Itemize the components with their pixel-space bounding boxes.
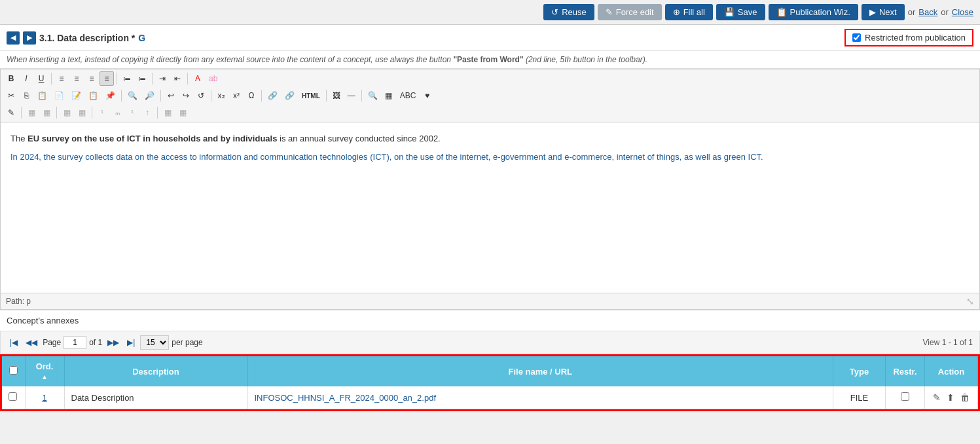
undo-button[interactable]: ↩ xyxy=(164,88,178,103)
g-link[interactable]: G xyxy=(138,33,145,43)
col-type: Type xyxy=(833,356,886,386)
redo-button[interactable]: ↪ xyxy=(179,88,193,103)
format-4-button[interactable]: ↑ xyxy=(140,105,154,120)
italic-button[interactable]: I xyxy=(19,71,33,86)
subscript-button[interactable]: x₂ xyxy=(214,88,228,103)
separator-6 xyxy=(160,90,161,102)
per-page-select[interactable]: 15 25 50 xyxy=(140,335,169,350)
paste-text-button[interactable]: 📝 xyxy=(68,88,84,103)
nav-right-button[interactable]: ▶ xyxy=(23,31,36,45)
align-right-button[interactable]: ≡ xyxy=(84,71,99,86)
copy-button[interactable]: ⎘ xyxy=(19,88,33,103)
format-2-button[interactable]: ₘ xyxy=(110,105,124,120)
editor-content[interactable]: The EU survey on the use of ICT in house… xyxy=(1,122,979,293)
annexes-title: Concept's annexes xyxy=(7,316,79,325)
separator-3 xyxy=(152,73,153,84)
highlight-button[interactable]: ab xyxy=(206,71,221,86)
delete-row-button[interactable]: 🗑 xyxy=(959,391,971,404)
link-button[interactable]: 🔗 xyxy=(264,88,281,103)
format-1-button[interactable]: ¹ xyxy=(95,105,109,120)
col-checkbox xyxy=(2,356,25,386)
table-col-left-button[interactable]: ▦ xyxy=(60,105,74,120)
underline-button[interactable]: U xyxy=(34,71,48,86)
page-input[interactable] xyxy=(64,336,86,349)
unlink-button[interactable]: 🔗 xyxy=(281,88,298,103)
col-ord-label: Ord. xyxy=(36,361,54,371)
row-filename-link[interactable]: INFOSOC_HHNSI_A_FR_2024_0000_an_2.pdf xyxy=(255,393,437,403)
resize-handle[interactable]: ⤡ xyxy=(966,296,974,306)
find-replace-button[interactable]: 🔎 xyxy=(141,88,158,103)
align-justify-button[interactable]: ≡ xyxy=(100,71,114,86)
table-row-below-button[interactable]: ▦ xyxy=(39,105,54,120)
editor-container: B I U ≡ ≡ ≡ ≡ ≔ ≔ ⇥ ⇤ A ab ✂ ⎘ 📋 📄 📝 📋 xyxy=(0,69,980,310)
align-left-button[interactable]: ≡ xyxy=(54,71,69,86)
force-edit-button[interactable]: ✎ Force edit xyxy=(598,4,662,20)
col-description: Description xyxy=(64,356,247,386)
upload-row-button[interactable]: ⬆ xyxy=(945,391,956,404)
html-button[interactable]: HTML xyxy=(299,88,323,103)
table-split-button[interactable]: ▦ xyxy=(175,105,190,120)
last-page-button[interactable]: ▶| xyxy=(124,337,137,348)
col-ord[interactable]: Ord. ▲ xyxy=(25,356,64,386)
annex-table: Ord. ▲ Description File name / URL Type … xyxy=(2,356,978,409)
close-link[interactable]: Close xyxy=(952,7,973,17)
action-icons: ✎ ⬆ 🗑 xyxy=(932,391,971,404)
paste-button[interactable]: 📋 xyxy=(34,88,50,103)
save-button[interactable]: 💾 Save xyxy=(716,4,765,20)
separator-4 xyxy=(187,73,188,84)
outdent-button[interactable]: ⇤ xyxy=(170,71,185,86)
reuse-button[interactable]: ↺ Reuse xyxy=(543,4,594,20)
prev-page-button[interactable]: ◀◀ xyxy=(23,337,40,348)
find-button[interactable]: 🔍 xyxy=(124,88,141,103)
cut-button[interactable]: ✂ xyxy=(4,88,18,103)
table-merge-button[interactable]: ▦ xyxy=(160,105,175,120)
special-char-button[interactable]: Ω xyxy=(244,88,259,103)
next-page-button[interactable]: ▶▶ xyxy=(105,337,122,348)
content-paragraph-2: In 2024, the survey collects data on the… xyxy=(10,151,970,164)
publication-icon: 📋 xyxy=(776,7,787,17)
nav-left-button[interactable]: ◀ xyxy=(7,31,20,45)
superscript-button[interactable]: x² xyxy=(229,88,244,103)
page-title-area: ◀ ▶ 3.1. Data description * G xyxy=(7,31,145,45)
table-row-above-button[interactable]: ▦ xyxy=(24,105,39,120)
align-center-button[interactable]: ≡ xyxy=(69,71,84,86)
edit-row-button[interactable]: ✎ xyxy=(932,391,942,404)
top-toolbar: ↺ Reuse ✎ Force edit ⊕ Fill all 💾 Save 📋… xyxy=(0,0,980,25)
row-ord-link[interactable]: 1 xyxy=(42,393,46,403)
format-3-button[interactable]: ¹ xyxy=(125,105,139,120)
row-ord-cell: 1 xyxy=(25,386,64,409)
spellcheck-button[interactable]: ABC xyxy=(397,88,420,103)
indent-button[interactable]: ⇥ xyxy=(155,71,170,86)
publication-wiz-button[interactable]: 📋 Publication Wiz. xyxy=(769,4,858,20)
clear-button[interactable]: ↺ xyxy=(194,88,208,103)
separator-2 xyxy=(117,73,117,84)
unordered-list-button[interactable]: ≔ xyxy=(120,71,134,86)
row-filename-cell: INFOSOC_HHNSI_A_FR_2024_0000_an_2.pdf xyxy=(247,386,833,409)
em-dash-button[interactable]: — xyxy=(344,88,359,103)
back-link[interactable]: Back xyxy=(918,7,937,17)
restricted-box: Restricted from publication xyxy=(844,29,973,46)
bold-button[interactable]: B xyxy=(4,71,18,86)
insert-button[interactable]: 📌 xyxy=(102,88,118,103)
fill-all-button[interactable]: ⊕ Fill all xyxy=(665,4,713,20)
next-button[interactable]: ▶ Next xyxy=(862,4,905,20)
row-checkbox[interactable] xyxy=(9,392,17,401)
select-all-checkbox[interactable] xyxy=(9,366,18,375)
table-button[interactable]: ▦ xyxy=(382,88,396,103)
first-page-button[interactable]: |◀ xyxy=(7,337,20,348)
row-checkbox-cell xyxy=(2,386,25,409)
view-info: View 1 - 1 of 1 xyxy=(923,338,973,347)
sort-asc-icon: ▲ xyxy=(41,373,48,380)
image-button[interactable]: 🖼 xyxy=(329,88,344,103)
restricted-checkbox[interactable] xyxy=(852,33,861,42)
font-color-button[interactable]: A xyxy=(191,71,205,86)
row-restr-checkbox[interactable] xyxy=(901,392,909,401)
zoom-button[interactable]: 🔍 xyxy=(365,88,381,103)
table-col-right-button[interactable]: ▦ xyxy=(75,105,89,120)
paste-word-button[interactable]: 📄 xyxy=(51,88,67,103)
per-page-label: per page xyxy=(172,338,202,347)
ordered-list-button[interactable]: ≔ xyxy=(135,71,149,86)
heart-button[interactable]: ♥ xyxy=(420,88,434,103)
paste-from-button[interactable]: 📋 xyxy=(85,88,101,103)
edit-mode-button[interactable]: ✎ xyxy=(4,105,18,120)
